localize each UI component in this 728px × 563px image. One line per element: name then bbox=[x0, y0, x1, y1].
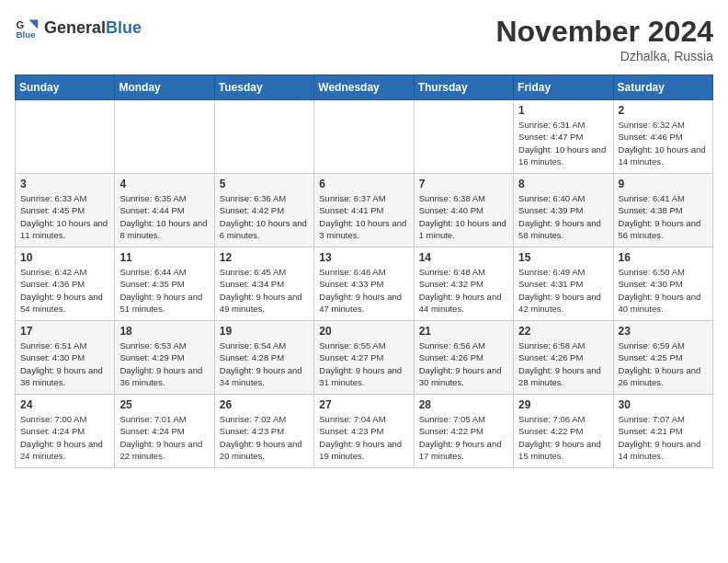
day-info: Sunrise: 7:01 AM Sunset: 4:24 PM Dayligh… bbox=[119, 413, 209, 462]
day-number: 16 bbox=[619, 251, 708, 264]
day-info: Sunrise: 6:38 AM Sunset: 4:40 PM Dayligh… bbox=[419, 192, 508, 241]
calendar-cell: 14Sunrise: 6:48 AM Sunset: 4:32 PM Dayli… bbox=[414, 247, 513, 321]
day-number: 11 bbox=[119, 251, 209, 264]
calendar-cell: 16Sunrise: 6:50 AM Sunset: 4:30 PM Dayli… bbox=[613, 247, 712, 321]
day-number: 9 bbox=[619, 178, 708, 190]
calendar-cell: 26Sunrise: 7:02 AM Sunset: 4:23 PM Dayli… bbox=[214, 395, 313, 468]
day-number: 19 bbox=[220, 325, 309, 338]
day-number: 7 bbox=[419, 178, 508, 190]
logo-icon: G Blue bbox=[15, 15, 40, 40]
day-number: 5 bbox=[220, 178, 309, 190]
calendar-cell: 12Sunrise: 6:45 AM Sunset: 4:34 PM Dayli… bbox=[214, 247, 313, 321]
day-number: 23 bbox=[619, 325, 708, 338]
day-info: Sunrise: 6:48 AM Sunset: 4:32 PM Dayligh… bbox=[419, 266, 508, 315]
calendar-cell: 25Sunrise: 7:01 AM Sunset: 4:24 PM Dayli… bbox=[115, 395, 214, 468]
day-number: 29 bbox=[518, 398, 608, 411]
calendar-cell: 7Sunrise: 6:38 AM Sunset: 4:40 PM Daylig… bbox=[414, 174, 513, 247]
day-number: 18 bbox=[119, 325, 209, 338]
day-info: Sunrise: 6:55 AM Sunset: 4:27 PM Dayligh… bbox=[319, 339, 408, 388]
day-number: 1 bbox=[518, 104, 608, 117]
day-number: 4 bbox=[119, 178, 209, 190]
calendar-cell: 2Sunrise: 6:32 AM Sunset: 4:46 PM Daylig… bbox=[613, 100, 712, 174]
calendar-cell bbox=[314, 100, 414, 174]
day-info: Sunrise: 6:53 AM Sunset: 4:29 PM Dayligh… bbox=[119, 339, 209, 388]
day-info: Sunrise: 6:40 AM Sunset: 4:39 PM Dayligh… bbox=[518, 192, 608, 241]
day-info: Sunrise: 6:35 AM Sunset: 4:44 PM Dayligh… bbox=[119, 192, 209, 241]
svg-text:Blue: Blue bbox=[16, 29, 36, 40]
day-info: Sunrise: 7:04 AM Sunset: 4:23 PM Dayligh… bbox=[319, 413, 408, 462]
day-number: 8 bbox=[518, 178, 608, 190]
calendar-table: SundayMondayTuesdayWednesdayThursdayFrid… bbox=[15, 75, 713, 468]
day-info: Sunrise: 6:32 AM Sunset: 4:46 PM Dayligh… bbox=[619, 119, 708, 167]
day-number: 13 bbox=[319, 251, 408, 264]
calendar-cell: 22Sunrise: 6:58 AM Sunset: 4:26 PM Dayli… bbox=[514, 321, 613, 395]
calendar-cell: 27Sunrise: 7:04 AM Sunset: 4:23 PM Dayli… bbox=[314, 395, 414, 468]
calendar-cell: 29Sunrise: 7:06 AM Sunset: 4:22 PM Dayli… bbox=[514, 395, 613, 468]
calendar-cell: 20Sunrise: 6:55 AM Sunset: 4:27 PM Dayli… bbox=[314, 321, 414, 395]
calendar-cell: 9Sunrise: 6:41 AM Sunset: 4:38 PM Daylig… bbox=[613, 174, 712, 247]
calendar-cell: 17Sunrise: 6:51 AM Sunset: 4:30 PM Dayli… bbox=[16, 321, 115, 395]
weekday-header-saturday: Saturday bbox=[613, 75, 712, 100]
weekday-header-monday: Monday bbox=[115, 75, 214, 100]
weekday-header-wednesday: Wednesday bbox=[314, 75, 414, 100]
weekday-header-friday: Friday bbox=[514, 75, 613, 100]
day-number: 20 bbox=[319, 325, 408, 338]
day-info: Sunrise: 6:44 AM Sunset: 4:35 PM Dayligh… bbox=[119, 266, 209, 315]
calendar-cell: 8Sunrise: 6:40 AM Sunset: 4:39 PM Daylig… bbox=[514, 174, 613, 247]
day-number: 3 bbox=[20, 178, 109, 190]
month-title: November 2024 bbox=[495, 15, 713, 49]
day-number: 12 bbox=[220, 251, 309, 264]
logo: G Blue GeneralBlue bbox=[15, 15, 142, 40]
calendar-cell: 5Sunrise: 6:36 AM Sunset: 4:42 PM Daylig… bbox=[214, 174, 313, 247]
day-number: 10 bbox=[20, 251, 109, 264]
day-info: Sunrise: 6:51 AM Sunset: 4:30 PM Dayligh… bbox=[20, 339, 109, 388]
day-number: 2 bbox=[619, 104, 708, 117]
calendar-cell: 6Sunrise: 6:37 AM Sunset: 4:41 PM Daylig… bbox=[314, 174, 414, 247]
day-info: Sunrise: 6:33 AM Sunset: 4:45 PM Dayligh… bbox=[20, 192, 109, 241]
day-info: Sunrise: 6:41 AM Sunset: 4:38 PM Dayligh… bbox=[619, 192, 708, 241]
day-number: 27 bbox=[319, 398, 408, 411]
day-info: Sunrise: 6:37 AM Sunset: 4:41 PM Dayligh… bbox=[319, 192, 408, 241]
title-block: November 2024 Dzhalka, Russia bbox=[495, 15, 713, 63]
calendar-cell: 10Sunrise: 6:42 AM Sunset: 4:36 PM Dayli… bbox=[16, 247, 115, 321]
logo-blue: Blue bbox=[106, 18, 142, 37]
day-number: 24 bbox=[20, 398, 109, 411]
page-header: G Blue GeneralBlue November 2024 Dzhalka… bbox=[15, 15, 713, 63]
calendar-cell: 15Sunrise: 6:49 AM Sunset: 4:31 PM Dayli… bbox=[514, 247, 613, 321]
calendar-cell bbox=[414, 100, 513, 174]
day-info: Sunrise: 6:54 AM Sunset: 4:28 PM Dayligh… bbox=[220, 339, 309, 388]
day-info: Sunrise: 7:06 AM Sunset: 4:22 PM Dayligh… bbox=[518, 413, 608, 462]
calendar-cell: 18Sunrise: 6:53 AM Sunset: 4:29 PM Dayli… bbox=[115, 321, 214, 395]
calendar-cell: 13Sunrise: 6:46 AM Sunset: 4:33 PM Dayli… bbox=[314, 247, 414, 321]
day-info: Sunrise: 6:56 AM Sunset: 4:26 PM Dayligh… bbox=[419, 339, 508, 388]
day-info: Sunrise: 6:36 AM Sunset: 4:42 PM Dayligh… bbox=[220, 192, 309, 241]
day-info: Sunrise: 6:46 AM Sunset: 4:33 PM Dayligh… bbox=[319, 266, 408, 315]
day-info: Sunrise: 6:42 AM Sunset: 4:36 PM Dayligh… bbox=[20, 266, 109, 315]
day-number: 6 bbox=[319, 178, 408, 190]
day-info: Sunrise: 7:02 AM Sunset: 4:23 PM Dayligh… bbox=[220, 413, 309, 462]
day-number: 21 bbox=[419, 325, 508, 338]
calendar-cell: 11Sunrise: 6:44 AM Sunset: 4:35 PM Dayli… bbox=[115, 247, 214, 321]
calendar-cell: 19Sunrise: 6:54 AM Sunset: 4:28 PM Dayli… bbox=[214, 321, 313, 395]
calendar-cell: 24Sunrise: 7:00 AM Sunset: 4:24 PM Dayli… bbox=[16, 395, 115, 468]
svg-marker-1 bbox=[28, 20, 38, 29]
calendar-cell bbox=[16, 100, 115, 174]
day-info: Sunrise: 6:49 AM Sunset: 4:31 PM Dayligh… bbox=[518, 266, 608, 315]
calendar-cell: 21Sunrise: 6:56 AM Sunset: 4:26 PM Dayli… bbox=[414, 321, 513, 395]
calendar-cell: 30Sunrise: 7:07 AM Sunset: 4:21 PM Dayli… bbox=[613, 395, 712, 468]
calendar-cell: 1Sunrise: 6:31 AM Sunset: 4:47 PM Daylig… bbox=[514, 100, 613, 174]
day-number: 25 bbox=[119, 398, 209, 411]
day-info: Sunrise: 6:45 AM Sunset: 4:34 PM Dayligh… bbox=[220, 266, 309, 315]
calendar-cell bbox=[115, 100, 214, 174]
calendar-cell: 28Sunrise: 7:05 AM Sunset: 4:22 PM Dayli… bbox=[414, 395, 513, 468]
day-number: 15 bbox=[518, 251, 608, 264]
weekday-header-thursday: Thursday bbox=[414, 75, 513, 100]
location: Dzhalka, Russia bbox=[495, 49, 713, 63]
calendar-cell: 4Sunrise: 6:35 AM Sunset: 4:44 PM Daylig… bbox=[115, 174, 214, 247]
day-number: 22 bbox=[518, 325, 608, 338]
day-info: Sunrise: 7:07 AM Sunset: 4:21 PM Dayligh… bbox=[619, 413, 708, 462]
calendar-cell: 23Sunrise: 6:59 AM Sunset: 4:25 PM Dayli… bbox=[613, 321, 712, 395]
day-info: Sunrise: 6:31 AM Sunset: 4:47 PM Dayligh… bbox=[518, 119, 608, 167]
day-info: Sunrise: 7:05 AM Sunset: 4:22 PM Dayligh… bbox=[419, 413, 508, 462]
calendar-cell: 3Sunrise: 6:33 AM Sunset: 4:45 PM Daylig… bbox=[16, 174, 115, 247]
